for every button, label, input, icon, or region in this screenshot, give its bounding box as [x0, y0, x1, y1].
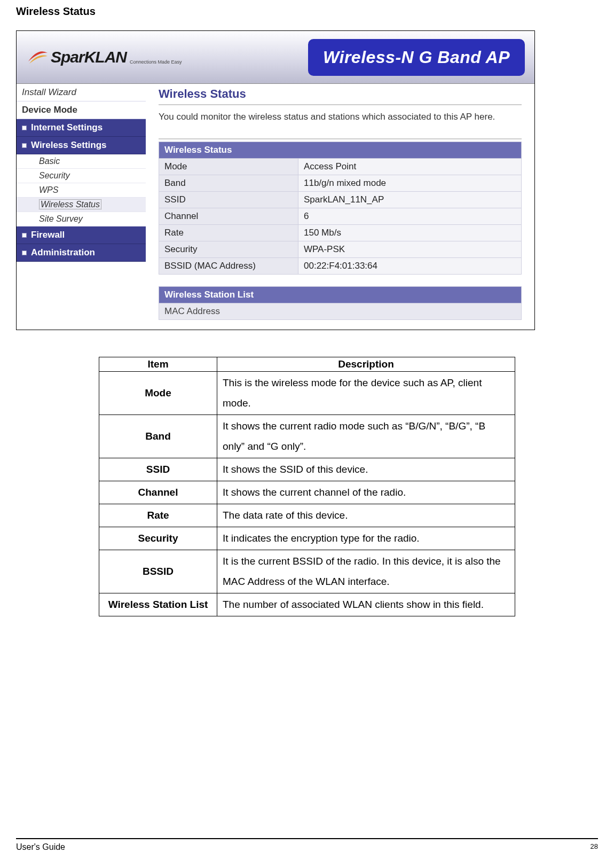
- cell-item: Band: [99, 415, 217, 458]
- expand-icon: [22, 126, 27, 130]
- cell-item: Channel: [99, 481, 217, 504]
- sidebar-item-install-wizard[interactable]: Install Wizard: [17, 84, 146, 101]
- section-title: Wireless Status: [16, 5, 598, 18]
- cell-item: Wireless Station List: [99, 593, 217, 616]
- logo-text: SparKLAN: [51, 48, 127, 66]
- cell-value: SparkLAN_11N_AP: [298, 191, 522, 208]
- table-row: BSSIDIt is the current BSSID of the radi…: [99, 550, 515, 593]
- table-row: Channel6: [159, 208, 522, 224]
- table-row: BSSID (MAC Address)00:22:F4:01:33:64: [159, 257, 522, 274]
- sidebar: Install Wizard Device Mode Internet Sett…: [17, 84, 146, 330]
- table-header: Wireless Station List: [159, 286, 522, 303]
- sidebar-sub-security[interactable]: Security: [17, 169, 146, 183]
- sidebar-label: Internet Settings: [31, 122, 103, 133]
- logo-swoop-icon: [26, 45, 50, 69]
- footer-left: User's Guide: [16, 842, 65, 852]
- expand-icon: [22, 143, 27, 148]
- cell-desc: It shows the current channel of the radi…: [217, 481, 515, 504]
- cell-label: Rate: [159, 224, 298, 241]
- cell-value: 00:22:F4:01:33:64: [298, 257, 522, 274]
- logo: SparKLAN Connections Made Easy: [26, 45, 182, 69]
- cell-item: BSSID: [99, 550, 217, 593]
- app-screenshot: SparKLAN Connections Made Easy Wireless-…: [16, 30, 535, 330]
- sidebar-sub-wps[interactable]: WPS: [17, 183, 146, 198]
- table-row: RateThe data rate of this device.: [99, 504, 515, 527]
- cell-value: 6: [298, 208, 522, 224]
- logo-tagline: Connections Made Easy: [130, 59, 182, 65]
- sidebar-cat-wireless-settings[interactable]: Wireless Settings: [17, 137, 146, 154]
- cell-desc: It is the current BSSID of the radio. In…: [217, 550, 515, 593]
- table-row: ModeAccess Point: [159, 158, 522, 175]
- sidebar-item-device-mode[interactable]: Device Mode: [17, 101, 146, 119]
- cell-label: Channel: [159, 208, 298, 224]
- table-row: ModeThis is the wireless mode for the de…: [99, 372, 515, 415]
- cell-label: Security: [159, 241, 298, 257]
- table-header: Wireless Status: [159, 142, 522, 158]
- sidebar-sub-site-survey[interactable]: Site Survey: [17, 212, 146, 226]
- cell-value: Access Point: [298, 158, 522, 175]
- expand-icon: [22, 233, 27, 238]
- wireless-status-table: Wireless Status ModeAccess Point Band11b…: [159, 142, 522, 275]
- sidebar-cat-firewall[interactable]: Firewall: [17, 226, 146, 244]
- table-row: SSIDSparkLAN_11N_AP: [159, 191, 522, 208]
- cell-value: 11b/g/n mixed mode: [298, 175, 522, 191]
- main-content: Wireless Status You could monitor the wi…: [146, 84, 534, 330]
- sidebar-cat-administration[interactable]: Administration: [17, 244, 146, 262]
- table-row: Wireless Station ListThe number of assoc…: [99, 593, 515, 616]
- table-row: Rate150 Mb/s: [159, 224, 522, 241]
- table-row: SSIDIt shows the SSID of this device.: [99, 458, 515, 481]
- page-footer: User's Guide 28: [16, 838, 598, 852]
- table-column-header: MAC Address: [159, 303, 522, 319]
- table-row: ChannelIt shows the current channel of t…: [99, 481, 515, 504]
- app-banner: SparKLAN Connections Made Easy Wireless-…: [17, 31, 534, 84]
- sidebar-label: Administration: [31, 247, 95, 258]
- wireless-station-list-table: Wireless Station List MAC Address: [159, 286, 522, 320]
- sidebar-cat-internet-settings[interactable]: Internet Settings: [17, 119, 146, 137]
- cell-item: Security: [99, 527, 217, 550]
- sidebar-label: Wireless Settings: [31, 140, 107, 151]
- cell-desc: It shows the SSID of this device.: [217, 458, 515, 481]
- sidebar-sub-wireless-status[interactable]: Wireless Status: [17, 198, 146, 212]
- expand-icon: [22, 251, 27, 255]
- cell-label: SSID: [159, 191, 298, 208]
- cell-desc: The data rate of this device.: [217, 504, 515, 527]
- description-table: Item Description ModeThis is the wireles…: [99, 357, 515, 616]
- cell-desc: This is the wireless mode for the device…: [217, 372, 515, 415]
- cell-item: SSID: [99, 458, 217, 481]
- cell-item: Rate: [99, 504, 217, 527]
- cell-desc: It shows the current radio mode such as …: [217, 415, 515, 458]
- cell-label: BSSID (MAC Address): [159, 257, 298, 274]
- table-row: SecurityIt indicates the encryption type…: [99, 527, 515, 550]
- page-number: 28: [591, 842, 598, 852]
- cell-label: Band: [159, 175, 298, 191]
- cell-desc: The number of associated WLAN clients sh…: [217, 593, 515, 616]
- col-header-item: Item: [99, 357, 217, 372]
- cell-label: Mode: [159, 158, 298, 175]
- banner-headline: Wireless-N G Band AP: [308, 39, 525, 76]
- table-row: SecurityWPA-PSK: [159, 241, 522, 257]
- sidebar-label: Wireless Status: [39, 199, 101, 209]
- page-desc: You could monitor the wireless status an…: [159, 111, 522, 123]
- divider: [159, 138, 522, 139]
- cell-value: 150 Mb/s: [298, 224, 522, 241]
- table-row: BandIt shows the current radio mode such…: [99, 415, 515, 458]
- table-row: Band11b/g/n mixed mode: [159, 175, 522, 191]
- cell-item: Mode: [99, 372, 217, 415]
- page-title: Wireless Status: [159, 87, 522, 105]
- cell-desc: It indicates the encryption type for the…: [217, 527, 515, 550]
- sidebar-label: Firewall: [31, 230, 65, 240]
- col-header-description: Description: [217, 357, 515, 372]
- sidebar-sub-basic[interactable]: Basic: [17, 154, 146, 169]
- cell-value: WPA-PSK: [298, 241, 522, 257]
